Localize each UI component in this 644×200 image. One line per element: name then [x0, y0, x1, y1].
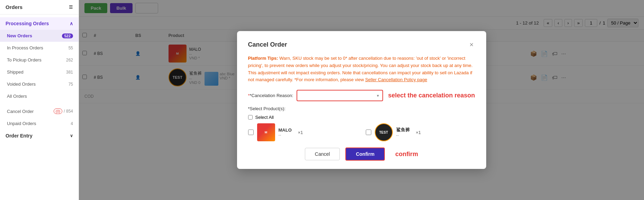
sidebar-item-label-new-orders: New Orders — [7, 33, 32, 38]
modal-header: Cancel Order × — [248, 41, 475, 49]
products-grid: M MALO -- ×1 TEST 鲨鱼裤 -- — [248, 123, 475, 141]
sidebar-count-shipped: 381 — [66, 70, 73, 75]
product-qty-2: ×1 — [416, 130, 421, 135]
product-card-1: M MALO -- ×1 — [248, 123, 357, 141]
select-products-label: *Select Product(s): — [248, 106, 475, 111]
order-entry-chevron: ∨ — [70, 133, 73, 138]
sidebar-item-voided[interactable]: Voided Orders 75 — [0, 78, 79, 90]
cancellation-reason-label: **Cancelation Reason: — [248, 93, 293, 98]
sidebar-item-new-orders[interactable]: New Orders 522 — [0, 30, 79, 42]
processing-orders-header[interactable]: Processing Orders ∧ — [0, 17, 79, 30]
product-modal-sub-1: -- — [279, 133, 292, 137]
modal-title: Cancel Order — [248, 41, 287, 48]
platform-tips-prefix: Platform Tips: — [248, 56, 278, 61]
processing-orders-section: Processing Orders ∧ New Orders 522 In Pr… — [0, 15, 79, 105]
product-modal-sub-2: -- — [396, 133, 410, 138]
processing-orders-chevron: ∧ — [70, 21, 73, 26]
cancel-order-modal: Cancel Order × Platform Tips: Warn, SKU … — [237, 31, 486, 169]
order-entry-label: Order Entry — [6, 133, 33, 139]
cancellation-policy-link[interactable]: Seller Cancellation Policy page — [365, 77, 427, 82]
sidebar-header: Orders ☰ — [0, 0, 79, 15]
order-entry-section[interactable]: Order Entry ∨ — [0, 130, 79, 142]
sidebar-menu-icon[interactable]: ☰ — [69, 4, 73, 10]
sidebar-item-to-pickup[interactable]: To Pickup Orders 262 — [0, 54, 79, 66]
sidebar-item-label-to-pickup: To Pickup Orders — [7, 57, 42, 63]
cancellation-reason-row: **Cancelation Reason: Out of stock Incor… — [248, 90, 475, 101]
sidebar-badge-new-orders: 522 — [62, 34, 73, 38]
annotation-reason: select the cancelation reason — [388, 92, 475, 99]
sidebar-item-label-shipped: Shipped — [7, 69, 24, 75]
sidebar-count-in-process: 55 — [69, 46, 73, 50]
platform-tips: Platform Tips: Warn, SKU stock may be se… — [248, 55, 475, 84]
select-all-label: Select All — [255, 115, 274, 120]
select-all-products-checkbox[interactable] — [248, 115, 253, 120]
sidebar-item-label-all-orders: All Orders — [7, 94, 27, 99]
sidebar-unpaid-label: Unpaid Orders — [7, 121, 36, 126]
annotation-confirm: confirm — [395, 151, 418, 158]
modal-close-button[interactable]: × — [468, 41, 475, 49]
sidebar-count-to-pickup: 262 — [66, 58, 73, 63]
sidebar-cancel-total: / 854 — [64, 109, 73, 114]
sidebar-item-all-orders[interactable]: All Orders — [0, 90, 79, 102]
sidebar-item-label-voided: Voided Orders — [7, 82, 36, 87]
sidebar-cancel-label: Cancel Order — [7, 109, 34, 114]
platform-tips-text: Warn, SKU stock may be set to 0* after c… — [248, 56, 473, 82]
product-qty-1: ×1 — [298, 130, 303, 135]
product-info-1: MALO -- — [279, 127, 292, 137]
processing-orders-label: Processing Orders — [6, 21, 49, 26]
sidebar: Orders ☰ Processing Orders ∧ New Orders … — [0, 0, 79, 200]
cancellation-reason-select-wrap: Out of stock Incorrect pricing ▾ — [297, 90, 383, 101]
product-card-2: TEST 鲨鱼裤 -- ×1 — [366, 123, 475, 141]
product-checkbox-1[interactable] — [248, 130, 254, 135]
sidebar-unpaid-count: 4 — [71, 121, 73, 126]
select-all-row: Select All — [248, 115, 475, 120]
product-checkbox-2[interactable] — [366, 130, 371, 135]
product-info-2: 鲨鱼裤 -- — [396, 127, 410, 138]
app-layout: Orders ☰ Processing Orders ∧ New Orders … — [0, 0, 644, 200]
sidebar-item-label-in-process: In Process Orders — [7, 45, 43, 50]
sidebar-title: Orders — [6, 4, 22, 10]
modal-footer: Cancel Confirm confirm — [248, 147, 475, 161]
modal-overlay: Cancel Order × Platform Tips: Warn, SKU … — [79, 0, 644, 200]
sidebar-item-shipped[interactable]: Shipped 381 — [0, 66, 79, 78]
modal-confirm-button[interactable]: Confirm — [345, 147, 385, 161]
product-thumb-modal-1: M — [257, 123, 275, 141]
sidebar-item-unpaid[interactable]: Unpaid Orders 4 — [0, 117, 79, 130]
product-modal-name-2: 鲨鱼裤 — [396, 127, 410, 133]
sidebar-count-voided: 75 — [69, 82, 73, 87]
sidebar-cancel-count: (0) — [54, 108, 62, 114]
sidebar-item-in-process[interactable]: In Process Orders 55 — [0, 42, 79, 54]
cancellation-reason-select[interactable]: Out of stock Incorrect pricing — [297, 91, 382, 101]
product-thumb-modal-2: TEST — [375, 123, 393, 141]
sidebar-item-cancel-order[interactable]: Cancel Order (0) / 854 — [0, 105, 79, 117]
main-content: Pack Bulk 1 - 12 of 12 « ‹ › » / 1 50 / … — [79, 0, 644, 200]
modal-cancel-button[interactable]: Cancel — [305, 148, 340, 160]
product-modal-name-1: MALO — [279, 127, 292, 133]
